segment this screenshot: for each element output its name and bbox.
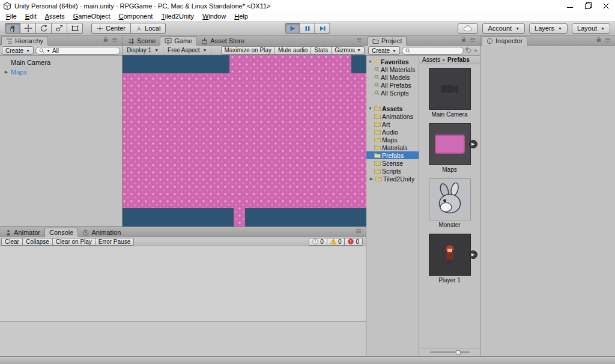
tree-item-audio[interactable]: Audio — [366, 128, 419, 136]
tab-scene[interactable]: Scene — [124, 36, 160, 46]
prefab-expand-arrow[interactable]: ▶ — [469, 140, 477, 148]
hierarchy-create-button[interactable]: Create▼ — [2, 46, 34, 55]
maps-thumbnail[interactable]: ▶ — [429, 123, 471, 165]
lock-icon[interactable] — [103, 36, 109, 43]
tab-animator[interactable]: Animator — [1, 228, 44, 237]
info-counter-button[interactable]: 0 — [309, 238, 327, 246]
menu-tiled2unity[interactable]: Tiled2Unity — [157, 12, 198, 20]
tree-item-art[interactable]: Art — [366, 120, 419, 128]
breadcrumb-assets[interactable]: Assets — [422, 56, 440, 63]
panel-menu-icon[interactable] — [605, 37, 611, 43]
display-dropdown[interactable]: Display 1▼ — [123, 46, 163, 55]
tab-asset-store[interactable]: Asset Store — [197, 36, 249, 46]
menu-window[interactable]: Window — [198, 12, 230, 20]
tree-item-scense[interactable]: Scense — [366, 159, 419, 167]
game-viewport[interactable] — [123, 55, 366, 226]
collapse-arrow-icon[interactable]: ▼ — [368, 59, 373, 64]
tab-animation[interactable]: Animation — [78, 228, 125, 237]
warning-counter-button[interactable]: 0 — [327, 238, 345, 246]
expand-arrow-icon[interactable]: ▶ — [369, 177, 374, 181]
monster-thumbnail[interactable] — [429, 178, 471, 220]
clear-button[interactable]: Clear — [1, 238, 23, 246]
aspect-dropdown[interactable]: Free Aspect▼ — [163, 46, 211, 55]
tree-item-all-scripts[interactable]: All Scripts — [366, 89, 419, 97]
breadcrumb-prefabs[interactable]: Prefabs — [447, 56, 470, 63]
menu-edit[interactable]: Edit — [21, 12, 41, 20]
menu-gameobject[interactable]: GameObject — [69, 12, 115, 20]
rotate-tool-button[interactable] — [36, 23, 52, 34]
maximize-on-play-toggle[interactable]: Maximize on Play — [221, 46, 275, 55]
asset-item-maps[interactable]: ▶ Maps — [429, 123, 471, 173]
mute-audio-toggle[interactable]: Mute audio — [275, 46, 311, 55]
console-log-area[interactable] — [0, 246, 366, 322]
scale-tool-button[interactable] — [52, 23, 67, 34]
pivot-center-button[interactable]: Center — [91, 23, 131, 34]
clear-on-play-toggle[interactable]: Clear on Play — [53, 238, 95, 246]
asset-item-main-camera[interactable]: Main Camera — [429, 68, 471, 118]
rect-tool-button[interactable] — [67, 23, 83, 34]
tree-item-scripts[interactable]: Scripts — [366, 167, 419, 175]
lock-icon[interactable] — [596, 36, 602, 43]
main-camera-thumbnail[interactable] — [429, 68, 471, 110]
expand-arrow-icon[interactable]: ▶ — [4, 70, 9, 74]
tree-item-all-materials[interactable]: All Materials — [366, 65, 419, 73]
console-tabbar: Animator Console Animation — [0, 227, 366, 237]
stats-toggle[interactable]: Stats — [311, 46, 332, 55]
prefab-expand-arrow[interactable]: ▶ — [469, 250, 477, 259]
asset-item-monster[interactable]: Monster — [429, 178, 471, 228]
error-pause-toggle[interactable]: Error Pause — [95, 238, 134, 246]
tree-item-all-models[interactable]: All Models — [366, 73, 419, 81]
tab-hierarchy[interactable]: Hierarchy — [1, 36, 48, 46]
step-button[interactable] — [315, 23, 330, 34]
layout-dropdown[interactable]: Layout▼ — [572, 23, 610, 34]
project-create-button[interactable]: Create▼ — [368, 46, 400, 55]
close-button[interactable] — [597, 0, 615, 11]
tree-item-all-prefabs[interactable]: All Prefabs — [366, 81, 419, 89]
menu-file[interactable]: File — [2, 12, 21, 20]
favorites-star-icon[interactable]: ★ — [473, 48, 478, 53]
tree-item-assets[interactable]: ▼ Assets — [366, 105, 419, 112]
tab-inspector[interactable]: Inspector — [482, 36, 527, 46]
hand-tool-button[interactable] — [5, 23, 20, 34]
panel-menu-icon[interactable] — [470, 37, 476, 43]
tab-console[interactable]: Console — [44, 228, 78, 237]
collapse-arrow-icon[interactable]: ▼ — [368, 106, 373, 111]
panel-menu-icon[interactable] — [356, 37, 362, 43]
tree-item-animations[interactable]: Animations — [366, 112, 419, 120]
tree-item-tiled2unity[interactable]: ▶ Tiled2Unity — [366, 175, 419, 183]
tab-project[interactable]: Project — [368, 36, 407, 46]
minimize-button[interactable] — [561, 0, 579, 11]
tab-game[interactable]: Game — [160, 36, 197, 46]
panel-menu-icon[interactable] — [356, 228, 362, 234]
tree-item-prefabs[interactable]: Prefabs — [366, 151, 419, 159]
zoom-slider-thumb[interactable] — [456, 350, 461, 355]
play-button[interactable] — [285, 23, 300, 34]
collapse-toggle[interactable]: Collapse — [23, 238, 53, 246]
clock-icon — [82, 229, 89, 236]
search-by-label-icon[interactable] — [465, 47, 471, 53]
gizmos-dropdown[interactable]: Gizmos▼ — [332, 46, 365, 55]
layers-dropdown[interactable]: Layers▼ — [529, 23, 568, 34]
menu-assets[interactable]: Assets — [41, 12, 69, 20]
player-1-thumbnail[interactable]: ▶ — [429, 234, 471, 276]
account-dropdown[interactable]: Account▼ — [482, 23, 525, 34]
asset-item-player-1[interactable]: ▶ Player 1 — [429, 234, 471, 284]
tree-item-favorites[interactable]: ▼ ★ Favorites — [366, 58, 419, 65]
pivot-local-button[interactable]: Local — [131, 23, 166, 34]
hierarchy-item-maps[interactable]: ▶ Maps — [0, 67, 122, 77]
tree-item-materials[interactable]: Materials — [366, 144, 419, 151]
error-counter-button[interactable]: 0 — [345, 238, 363, 246]
panel-menu-icon[interactable] — [112, 37, 118, 43]
hierarchy-item-main-camera[interactable]: Main Camera — [0, 58, 122, 67]
zoom-slider[interactable] — [430, 351, 470, 353]
project-search-input[interactable] — [402, 47, 464, 55]
lock-icon[interactable] — [461, 36, 467, 43]
restore-button[interactable] — [579, 0, 597, 11]
menu-component[interactable]: Component — [115, 12, 157, 20]
cloud-button[interactable] — [458, 23, 478, 34]
move-tool-button[interactable] — [20, 23, 36, 34]
tree-item-maps[interactable]: Maps — [366, 136, 419, 144]
hierarchy-search-input[interactable]: ▼ All — [35, 47, 120, 55]
menu-help[interactable]: Help — [230, 12, 252, 20]
pause-button[interactable] — [300, 23, 315, 34]
